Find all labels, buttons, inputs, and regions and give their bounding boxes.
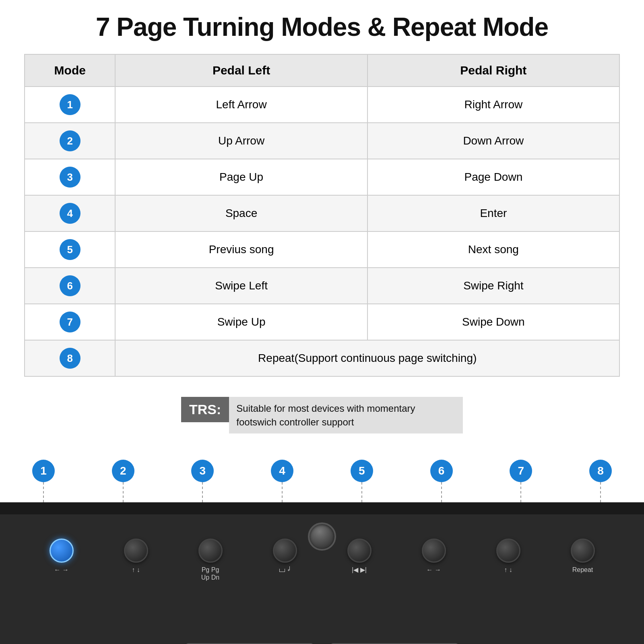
connector-line bbox=[123, 482, 124, 502]
button-circle bbox=[198, 539, 223, 563]
table-row: 8Repeat(Support continuous page switchin… bbox=[25, 340, 619, 376]
device-btn-5: |◀ ▶| bbox=[347, 539, 372, 574]
col-header-mode: Mode bbox=[25, 54, 115, 87]
button-label: ← → bbox=[426, 566, 441, 574]
table-cell-pedal-right: Swipe Down bbox=[367, 304, 619, 340]
trs-description: Suitable for most devices with momentary… bbox=[229, 397, 463, 433]
button-circle bbox=[273, 539, 297, 563]
device-section: ← →↑ ↓Pg Pg Up Dn⌴ ↵|◀ ▶|← →↑ ↓Repeat bbox=[0, 502, 644, 644]
mode-btn-num-8: 8 bbox=[589, 460, 612, 482]
table-row: 1Left ArrowRight Arrow bbox=[25, 87, 619, 123]
mode-btn-4: 4 bbox=[271, 460, 293, 502]
button-circle bbox=[124, 539, 148, 563]
mode-btn-3: 3 bbox=[191, 460, 214, 502]
mode-btn-5: 5 bbox=[351, 460, 373, 502]
table-cell-pedal-right: Next song bbox=[367, 231, 619, 268]
connector-line bbox=[600, 482, 601, 502]
mode-btn-num-1: 1 bbox=[32, 460, 55, 482]
button-label: Pg Pg Up Dn bbox=[201, 566, 219, 581]
table-cell-pedal-right: Swipe Right bbox=[367, 268, 619, 304]
connector-line bbox=[202, 482, 203, 502]
mode-btn-7: 7 bbox=[510, 460, 532, 502]
mode-btn-num-7: 7 bbox=[510, 460, 532, 482]
table-cell-pedal-left: Page Up bbox=[115, 159, 367, 195]
table-row: 5Previus songNext song bbox=[25, 231, 619, 268]
mode-btn-num-6: 6 bbox=[430, 460, 453, 482]
connector-line bbox=[441, 482, 442, 502]
trs-section: TRS: Suitable for most devices with mome… bbox=[181, 397, 463, 433]
button-label: |◀ ▶| bbox=[352, 566, 367, 574]
table-row: 2Up ArrowDown Arrow bbox=[25, 123, 619, 159]
button-label: ⌴ ↵ bbox=[279, 566, 290, 574]
connector-line bbox=[43, 482, 44, 502]
connector-line bbox=[361, 482, 362, 502]
table-cell-pedal-left: Previus song bbox=[115, 231, 367, 268]
table-row: 3Page UpPage Down bbox=[25, 159, 619, 195]
device-btn-3: Pg Pg Up Dn bbox=[198, 539, 223, 581]
button-circle bbox=[347, 539, 372, 563]
table-row: 6Swipe LeftSwipe Right bbox=[25, 268, 619, 304]
table-cell-pedal-left: Up Arrow bbox=[115, 123, 367, 159]
mode-btn-num-4: 4 bbox=[271, 460, 293, 482]
mode-btn-1: 1 bbox=[32, 460, 55, 502]
device-btn-8: Repeat bbox=[571, 539, 595, 574]
page-title: 7 Page Turning Modes & Repeat Mode bbox=[24, 12, 620, 42]
button-label: ← → bbox=[54, 566, 68, 574]
button-circle bbox=[496, 539, 520, 563]
device-btn-4: ⌴ ↵ bbox=[273, 539, 297, 574]
table-cell-pedal-right: Right Arrow bbox=[367, 87, 619, 123]
mode-btn-num-5: 5 bbox=[351, 460, 373, 482]
mode-btn-num-2: 2 bbox=[112, 460, 134, 482]
mode-btn-8: 8 bbox=[589, 460, 612, 502]
device-btn-7: ↑ ↓ bbox=[496, 539, 520, 574]
device-top-bar bbox=[0, 502, 644, 514]
button-circle bbox=[50, 539, 74, 563]
device-btn-6: ← → bbox=[422, 539, 446, 574]
table-row: 7Swipe UpSwipe Down bbox=[25, 304, 619, 340]
col-header-pedal-left: Pedal Left bbox=[115, 54, 367, 87]
mode-btn-6: 6 bbox=[430, 460, 453, 502]
mode-btn-num-3: 3 bbox=[191, 460, 214, 482]
table-cell-pedal-left: Space bbox=[115, 195, 367, 231]
table-cell-pedal-left: Swipe Left bbox=[115, 268, 367, 304]
device-buttons-row: ← →↑ ↓Pg Pg Up Dn⌴ ↵|◀ ▶|← →↑ ↓Repeat bbox=[0, 514, 644, 615]
table-cell-pedal-left: Left Arrow bbox=[115, 87, 367, 123]
button-label: ↑ ↓ bbox=[504, 566, 512, 574]
trs-label: TRS: bbox=[181, 397, 229, 422]
connector-line bbox=[282, 482, 283, 502]
col-header-pedal-right: Pedal Right bbox=[367, 54, 619, 87]
device-btn-2: ↑ ↓ bbox=[124, 539, 148, 574]
button-label: Repeat bbox=[572, 566, 593, 574]
button-circle bbox=[422, 539, 446, 563]
mode-buttons-above-device: 12345678 bbox=[0, 454, 644, 502]
table-cell-pedal-left: Swipe Up bbox=[115, 304, 367, 340]
button-circle bbox=[571, 539, 595, 563]
table-cell-pedal-right: Enter bbox=[367, 195, 619, 231]
connector-line bbox=[520, 482, 521, 502]
table-cell-pedal-right: Page Down bbox=[367, 159, 619, 195]
table-cell-pedal-right: Down Arrow bbox=[367, 123, 619, 159]
mode-btn-2: 2 bbox=[112, 460, 134, 502]
table-row: 4SpaceEnter bbox=[25, 195, 619, 231]
button-label: ↑ ↓ bbox=[132, 566, 140, 574]
table-cell-repeat: Repeat(Support continuous page switching… bbox=[115, 340, 619, 376]
device-btn-1: ← → bbox=[50, 539, 74, 574]
mode-table: Mode Pedal Left Pedal Right 1Left ArrowR… bbox=[24, 54, 620, 377]
